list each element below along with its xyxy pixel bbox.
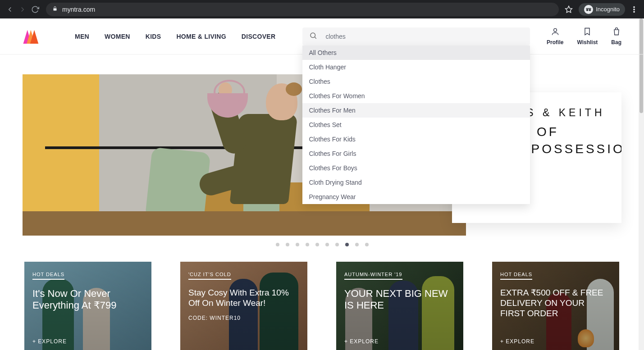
carousel-dot[interactable] [296,243,299,246]
suggestion-item[interactable]: Clothes For Girls [302,146,530,161]
search-box[interactable] [302,27,530,45]
profile-link[interactable]: Profile [547,27,563,45]
promo-explore: + EXPLORE [344,338,379,345]
suggestion-item[interactable]: Clothes [302,74,530,89]
promo-kicker: 'CUZ IT'S COLD [188,272,231,280]
promo-code: CODE: WINTER10 [188,315,299,321]
carousel-dot[interactable] [306,243,309,246]
svg-point-2 [586,9,589,11]
svg-rect-4 [586,8,591,9]
suggestion-item[interactable]: Clothes For Kids [302,132,530,146]
primary-nav: MEN WOMEN KIDS HOME & LIVING DISCOVER [75,33,275,40]
search-icon [309,32,317,41]
promo-card[interactable]: 'CUZ IT'S COLD Stay Cosy With Extra 10% … [180,262,307,350]
address-bar[interactable]: myntra.com [46,3,559,16]
promo-headline: EXTRA ₹500 OFF & FREE DELIVERY ON YOUR F… [500,288,611,318]
svg-rect-0 [54,9,57,11]
bookmark-icon [583,27,592,37]
suggestion-item[interactable]: Clothes For Men [302,103,530,118]
svg-line-9 [315,37,316,38]
svg-point-8 [311,33,315,38]
nav-discover[interactable]: DISCOVER [242,33,276,40]
nav-women[interactable]: WOMEN [105,33,130,40]
profile-icon [551,27,560,37]
search-input[interactable] [325,33,523,40]
carousel-dots [0,243,644,246]
promo-card[interactable]: HOT DEALS EXTRA ₹500 OFF & FREE DELIVERY… [492,262,619,350]
carousel-dot[interactable] [365,243,369,246]
site-header: MEN WOMEN KIDS HOME & LIVING DISCOVER Al… [0,18,644,55]
search-suggestions: All Others Cloth Hanger Clothes Clothes … [302,45,530,204]
carousel-dot[interactable] [286,243,289,246]
promo-kicker: AUTUMN-WINTER '19 [344,272,402,280]
suggestion-item[interactable]: Clothes For Women [302,89,530,103]
suggestion-item[interactable]: Pregnancy Wear [302,190,530,204]
browser-menu-button[interactable] [628,3,640,16]
carousel-dot[interactable] [345,243,349,246]
suggestion-item[interactable]: Cloth Hanger [302,60,530,74]
promo-kicker: HOT DEALS [32,272,64,280]
incognito-indicator: Incognito [579,3,625,16]
nav-home-living[interactable]: HOME & LIVING [176,33,226,40]
forward-button[interactable] [16,3,29,16]
reload-button[interactable] [29,3,41,16]
promo-explore: + EXPLORE [500,338,534,345]
carousel-dot[interactable] [355,243,359,246]
svg-point-7 [634,11,635,12]
wishlist-link[interactable]: Wishlist [577,27,598,45]
back-button[interactable] [4,3,16,16]
promo-explore: + EXPLORE [32,338,67,345]
promo-headline: Stay Cosy With Extra 10% Off On Winter W… [188,288,299,309]
wishlist-label: Wishlist [577,39,598,45]
incognito-icon [584,5,593,14]
promo-card[interactable]: HOT DEALS It's Now Or Never Everything A… [24,262,151,350]
bag-link[interactable]: Bag [611,27,621,45]
bag-icon [612,27,621,37]
promo-row: HOT DEALS It's Now Or Never Everything A… [24,262,620,350]
nav-men[interactable]: MEN [75,33,89,40]
svg-point-6 [634,9,635,10]
carousel-dot[interactable] [315,243,319,246]
suggestion-item[interactable]: Clothes For Boys [302,161,530,175]
user-actions: Profile Wishlist Bag [547,27,621,45]
carousel-dot[interactable] [276,243,279,246]
suggestion-item[interactable]: Clothes Set [302,118,530,132]
bookmark-button[interactable] [562,3,575,16]
promo-card[interactable]: AUTUMN-WINTER '19 YOUR NEXT BIG NEW IS H… [336,262,463,350]
promo-kicker: HOT DEALS [500,272,532,280]
profile-label: Profile [547,39,563,45]
incognito-label: Incognito [596,6,620,13]
suggestion-item[interactable]: All Others [302,45,530,60]
svg-point-3 [589,9,591,11]
logo[interactable] [23,28,43,45]
promo-headline: YOUR NEXT BIG NEW IS HERE [344,288,455,312]
svg-point-10 [553,28,557,32]
lock-icon [52,6,58,13]
carousel-dot[interactable] [335,243,339,246]
svg-point-5 [634,6,635,8]
bag-label: Bag [611,39,621,45]
svg-marker-1 [566,6,572,12]
url-text: myntra.com [62,6,95,13]
nav-kids[interactable]: KIDS [146,33,161,40]
carousel-dot[interactable] [325,243,329,246]
promo-headline: It's Now Or Never Everything At ₹799 [32,288,143,312]
vertical-scrollbar[interactable] [639,18,644,350]
search-container: All Others Cloth Hanger Clothes Clothes … [302,27,530,45]
suggestion-item[interactable]: Cloth Drying Stand [302,175,530,190]
browser-toolbar: myntra.com Incognito [0,0,644,18]
